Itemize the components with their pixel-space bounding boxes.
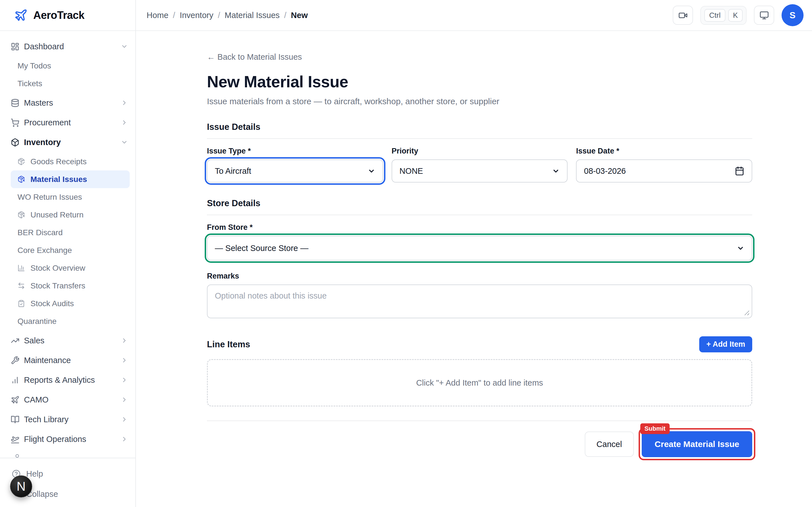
sidebar-item-tickets[interactable]: Tickets bbox=[11, 75, 130, 93]
issue-date-input[interactable]: 08-03-2026 bbox=[576, 159, 752, 182]
chevron-right-icon bbox=[121, 436, 128, 443]
chevron-right-icon bbox=[121, 376, 128, 384]
sidebar-item-sales[interactable]: Sales bbox=[11, 331, 130, 350]
from-store-select[interactable]: — Select Source Store — bbox=[207, 236, 752, 261]
sidebar-item-masters[interactable]: Masters bbox=[11, 94, 130, 112]
sidebar-item-stock-audits[interactable]: Stock Audits bbox=[11, 295, 130, 313]
package-x-icon bbox=[17, 211, 25, 219]
bar-chart-icon bbox=[11, 376, 19, 385]
chevron-down-icon bbox=[368, 167, 375, 175]
resize-handle[interactable] bbox=[744, 311, 749, 315]
sidebar-item-procurement[interactable]: Procurement bbox=[11, 113, 130, 132]
chevron-right-icon bbox=[121, 396, 128, 403]
sidebar-item-wo-return-issues[interactable]: WO Return Issues bbox=[11, 188, 130, 206]
page-title: New Material Issue bbox=[207, 72, 752, 91]
dashboard-icon bbox=[11, 42, 19, 51]
sidebar-item-goods-receipts[interactable]: Goods Receipts bbox=[11, 153, 130, 170]
issue-type-select[interactable]: To Aircraft bbox=[207, 159, 383, 182]
issue-type-value: To Aircraft bbox=[215, 166, 251, 176]
user-avatar[interactable]: S bbox=[781, 4, 804, 26]
sidebar-item-my-todos[interactable]: My Todos bbox=[11, 57, 130, 75]
sidebar-item-maintenance[interactable]: Maintenance bbox=[11, 351, 130, 370]
app-logo[interactable]: AeroTrack bbox=[0, 0, 135, 31]
topbar-actions: Ctrl K S bbox=[673, 4, 804, 26]
trending-up-icon bbox=[11, 336, 19, 345]
breadcrumb-current: New bbox=[291, 11, 308, 20]
calendar-icon[interactable] bbox=[735, 166, 744, 176]
monitor-icon bbox=[760, 11, 769, 20]
submit-annotation-wrapper: Submit Create Material Issue bbox=[642, 431, 752, 457]
k-key: K bbox=[728, 9, 743, 22]
submit-annotation-badge: Submit bbox=[640, 424, 670, 434]
package-check-icon bbox=[17, 158, 25, 165]
cancel-button[interactable]: Cancel bbox=[585, 432, 634, 457]
chevron-down-icon bbox=[121, 43, 128, 50]
chevron-right-icon bbox=[121, 337, 128, 344]
video-camera-icon bbox=[678, 11, 688, 20]
chevron-right-icon bbox=[121, 99, 128, 107]
add-item-button[interactable]: + Add Item bbox=[699, 336, 752, 352]
priority-select[interactable]: NONE bbox=[392, 159, 568, 182]
issue-date-value: 08-03-2026 bbox=[584, 166, 626, 176]
chevron-down-icon bbox=[552, 167, 560, 175]
app-root: AeroTrack Dashboard My Todos Tickets Mas… bbox=[0, 0, 812, 507]
back-to-material-issues-link[interactable]: ← Back to Material Issues bbox=[207, 52, 302, 62]
plane-logo-icon bbox=[14, 8, 28, 22]
main-area: Home / Inventory / Material Issues / New… bbox=[136, 0, 812, 507]
package-x-icon bbox=[17, 175, 25, 183]
breadcrumb: Home / Inventory / Material Issues / New bbox=[147, 11, 308, 20]
issue-type-label: Issue Type * bbox=[207, 147, 383, 156]
issue-details-section: Issue Details Issue Type * To Aircraft P… bbox=[207, 122, 752, 182]
topbar: Home / Inventory / Material Issues / New… bbox=[136, 0, 812, 31]
breadcrumb-home[interactable]: Home bbox=[147, 11, 168, 20]
remarks-textarea[interactable]: Optional notes about this issue bbox=[207, 284, 752, 318]
sidebar-item-dashboard[interactable]: Dashboard bbox=[11, 37, 130, 56]
from-store-field: From Store * — Select Source Store — bbox=[207, 223, 752, 261]
arrows-left-right-icon bbox=[17, 282, 25, 290]
command-palette-shortcut[interactable]: Ctrl K bbox=[700, 6, 747, 25]
sidebar-item-stock-transfers[interactable]: Stock Transfers bbox=[11, 277, 130, 295]
store-details-section: Store Details From Store * — Select Sour… bbox=[207, 198, 752, 318]
priority-label: Priority bbox=[392, 147, 568, 156]
wrench-icon bbox=[11, 356, 19, 365]
sidebar-item-tech-library[interactable]: Tech Library bbox=[11, 410, 130, 429]
breadcrumb-inventory[interactable]: Inventory bbox=[180, 11, 213, 20]
shopping-cart-icon bbox=[11, 118, 19, 127]
divider bbox=[207, 138, 752, 139]
chevron-right-icon bbox=[121, 119, 128, 126]
bar-chart-icon bbox=[17, 264, 25, 272]
package-icon bbox=[11, 138, 19, 147]
sidebar-footer: Help Collapse N bbox=[0, 458, 135, 507]
sidebar-item-core-exchange[interactable]: Core Exchange bbox=[11, 241, 130, 259]
line-items-heading: Line Items bbox=[207, 339, 250, 349]
breadcrumb-material-issues[interactable]: Material Issues bbox=[225, 11, 280, 20]
ctrl-key: Ctrl bbox=[704, 9, 725, 22]
issue-date-field: Issue Date * 08-03-2026 bbox=[576, 147, 752, 182]
line-items-section: Line Items + Add Item Click "+ Add Item"… bbox=[207, 336, 752, 406]
sidebar-nav: Dashboard My Todos Tickets Masters Procu… bbox=[0, 31, 135, 458]
database-icon bbox=[11, 99, 19, 107]
sidebar-item-flight-operations[interactable]: Flight Operations bbox=[11, 430, 130, 448]
issue-details-heading: Issue Details bbox=[207, 122, 752, 132]
plane-takeoff-icon bbox=[11, 435, 19, 444]
sidebar-item-material-issues[interactable]: Material Issues bbox=[11, 170, 130, 188]
page-content: ← Back to Material Issues New Material I… bbox=[136, 31, 812, 457]
chevron-right-icon bbox=[121, 356, 128, 364]
display-mode-button[interactable] bbox=[754, 6, 774, 25]
sidebar-item-reports-analytics[interactable]: Reports & Analytics bbox=[11, 371, 130, 389]
priority-value: NONE bbox=[400, 166, 423, 176]
nextjs-dev-tools-button[interactable]: N bbox=[10, 475, 32, 497]
create-material-issue-button[interactable]: Create Material Issue bbox=[642, 431, 752, 457]
screen-record-button[interactable] bbox=[673, 6, 693, 25]
issue-date-label: Issue Date * bbox=[576, 147, 752, 156]
plane-icon bbox=[11, 395, 19, 404]
sidebar-item-unused-return[interactable]: Unused Return bbox=[11, 206, 130, 224]
chevron-right-icon bbox=[121, 416, 128, 423]
sidebar-item-ber-discard[interactable]: BER Discard bbox=[11, 224, 130, 241]
sidebar-item-camo[interactable]: CAMO bbox=[11, 390, 130, 409]
page-subtitle: Issue materials from a store — to aircra… bbox=[207, 97, 752, 106]
book-open-icon bbox=[11, 415, 19, 424]
sidebar-item-stock-overview[interactable]: Stock Overview bbox=[11, 259, 130, 277]
sidebar-item-quarantine[interactable]: Quarantine bbox=[11, 313, 130, 330]
sidebar-item-inventory[interactable]: Inventory bbox=[11, 133, 130, 152]
